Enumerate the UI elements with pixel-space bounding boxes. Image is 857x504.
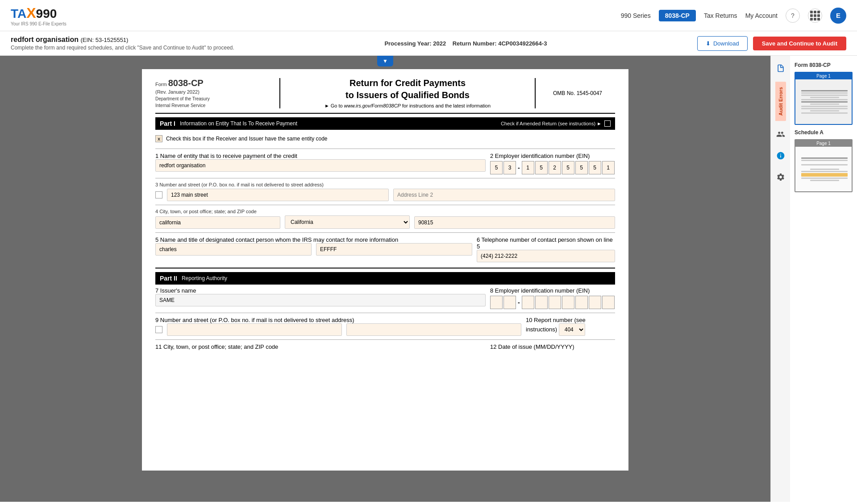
field2-container: 2 Employer identification number (EIN) 5… bbox=[490, 153, 615, 174]
ein2-digit-6[interactable] bbox=[562, 296, 574, 309]
ein-digit-3[interactable]: 1 bbox=[522, 161, 534, 174]
main-layout: ▼ Form 8038-CP (Rev. January 2022) Depar… bbox=[0, 56, 857, 502]
ein2-digit-8[interactable] bbox=[589, 296, 601, 309]
field6-container: 6 Telephone number of contact person sho… bbox=[477, 236, 615, 262]
field7-label: 7 Issuer's name bbox=[155, 287, 196, 294]
field3-row: 3 Number and street (or P.O. box no. if … bbox=[155, 182, 615, 201]
field5b-input[interactable] bbox=[316, 243, 472, 256]
state-select[interactable]: Alabama Alaska Arizona Arkansas Californ… bbox=[285, 215, 410, 229]
grid-icon bbox=[810, 11, 820, 21]
ein-digit-9[interactable]: 1 bbox=[602, 161, 615, 174]
sub-header: redfort organisation (EIN: 53-1525551) C… bbox=[0, 31, 857, 56]
field7-input[interactable] bbox=[155, 294, 486, 306]
field5a-input[interactable] bbox=[155, 243, 312, 256]
field11-label: 11 City, town, or post office; state; an… bbox=[155, 343, 278, 350]
field3-checkbox[interactable] bbox=[155, 191, 162, 198]
schedule-a-preview bbox=[795, 147, 853, 191]
field10-container: 10 Report number (see instructions) 404 … bbox=[526, 317, 615, 336]
page1-preview bbox=[795, 79, 853, 124]
field2-label: 2 Employer identification number (EIN) bbox=[490, 153, 590, 159]
audit-errors-tab[interactable]: Audit Errors bbox=[775, 82, 786, 121]
help-icon-button[interactable]: ? bbox=[786, 8, 800, 23]
sidebar-main-content: Form 8038-CP Page 1 Sche bbox=[790, 56, 857, 502]
ein-digit-2[interactable]: 3 bbox=[503, 161, 516, 174]
form-doc-header: Form 8038-CP (Rev. January 2022) Departm… bbox=[155, 78, 615, 114]
ein2-digit-2[interactable] bbox=[503, 296, 516, 309]
ein2-boxes: - bbox=[490, 296, 615, 309]
collapse-button[interactable]: ▼ bbox=[377, 56, 393, 66]
logo-subtitle: Your IRS 990 E-File Experts bbox=[11, 21, 67, 26]
nav-tax-returns[interactable]: Tax Returns bbox=[704, 12, 737, 19]
row-1-2: 1 Name of entity that is to receive paym… bbox=[155, 153, 615, 174]
info-tab-icon[interactable] bbox=[773, 148, 789, 164]
field9-label: 9 Number and street (or P.O. box no. if … bbox=[155, 317, 354, 323]
field9a-input[interactable] bbox=[167, 323, 342, 336]
logo: TAX990 Your IRS 990 E-File Experts bbox=[11, 5, 67, 26]
field9-checkbox[interactable] bbox=[155, 326, 162, 333]
field9b-input[interactable] bbox=[346, 323, 521, 336]
report-number-select[interactable]: 404 405 406 bbox=[559, 323, 585, 336]
nav-990-series[interactable]: 990 Series bbox=[621, 12, 651, 19]
zip-container bbox=[414, 216, 615, 229]
ein2-digit-1[interactable] bbox=[490, 296, 503, 309]
grid-menu-button[interactable] bbox=[808, 8, 822, 23]
form-area: ▼ Form 8038-CP (Rev. January 2022) Depar… bbox=[0, 56, 770, 502]
field1-container: 1 Name of entity that is to receive paym… bbox=[155, 153, 486, 172]
field3-input[interactable] bbox=[167, 189, 389, 201]
nav-form-badge[interactable]: 8038-CP bbox=[659, 10, 696, 21]
same-entity-checkbox[interactable]: x bbox=[155, 135, 162, 142]
field6-input[interactable] bbox=[477, 250, 615, 262]
people-tab-icon[interactable] bbox=[773, 126, 789, 142]
nav-my-account[interactable]: My Account bbox=[745, 12, 778, 19]
field1-label: 1 Name of entity that is to receive paym… bbox=[155, 153, 297, 159]
gear-tab-icon[interactable] bbox=[773, 169, 789, 185]
row-7-8: 7 Issuer's name 8 Employer identificatio… bbox=[155, 287, 615, 309]
zip-input[interactable] bbox=[414, 216, 615, 229]
part1-title: Information on Entity That Is To Receive… bbox=[180, 120, 297, 127]
ein2-digit-5[interactable] bbox=[549, 296, 561, 309]
ein-digit-4[interactable]: 5 bbox=[535, 161, 548, 174]
field8-label: 8 Employer identification number (EIN) bbox=[490, 287, 590, 294]
field3b-input[interactable] bbox=[393, 189, 615, 201]
form-page1-thumbnail[interactable]: Page 1 bbox=[795, 72, 853, 125]
form-left-header: Form 8038-CP (Rev. January 2022) Departm… bbox=[155, 78, 280, 108]
ein2-digit-3[interactable] bbox=[522, 296, 534, 309]
sidebar-icon-tabs: Audit Errors bbox=[770, 56, 790, 502]
field9-container: 9 Number and street (or P.O. box no. if … bbox=[155, 317, 521, 336]
ein1-boxes: 5 3 - 1 5 2 5 5 5 1 bbox=[490, 161, 615, 174]
city-input[interactable] bbox=[155, 216, 280, 229]
logo-tax: T bbox=[11, 7, 17, 21]
same-entity-row: x Check this box if the Receiver and Iss… bbox=[155, 132, 615, 145]
form-document: Form 8038-CP (Rev. January 2022) Departm… bbox=[142, 69, 628, 471]
field11-container: 11 City, town, or post office; state; an… bbox=[155, 343, 486, 350]
ein2-digit-4[interactable] bbox=[535, 296, 548, 309]
ein-digit-5[interactable]: 2 bbox=[549, 161, 561, 174]
field3-label: 3 Number and street (or P.O. box no. if … bbox=[155, 182, 615, 187]
ein-digit-6[interactable]: 5 bbox=[562, 161, 574, 174]
part2-header: Part II Reporting Authority bbox=[155, 272, 615, 285]
row-9-10: 9 Number and street (or P.O. box no. if … bbox=[155, 317, 615, 336]
nav-right: 990 Series 8038-CP Tax Returns My Accoun… bbox=[621, 8, 846, 24]
field6-label: 6 Telephone number of contact person sho… bbox=[477, 236, 613, 250]
schedule-a-page1-thumbnail[interactable]: Page 1 bbox=[795, 139, 853, 192]
processing-info: Processing Year: 2022 Return Number: 4CP… bbox=[384, 40, 547, 47]
ein2-digit-7[interactable] bbox=[575, 296, 588, 309]
row-5-6: 5 Name and title of designated contact p… bbox=[155, 236, 615, 262]
field1-input[interactable] bbox=[155, 159, 486, 172]
ein-digit-1[interactable]: 5 bbox=[490, 161, 503, 174]
ein-digit-8[interactable]: 5 bbox=[589, 161, 601, 174]
page1-label: Page 1 bbox=[795, 73, 852, 79]
save-continue-button[interactable]: Save and Continue to Audit bbox=[753, 37, 846, 50]
amended-return-checkbox[interactable] bbox=[604, 120, 611, 127]
user-avatar[interactable]: E bbox=[830, 8, 846, 24]
action-buttons: ⬇ Download Save and Continue to Audit bbox=[697, 36, 846, 51]
ein2-digit-9[interactable] bbox=[602, 296, 615, 309]
instruction-text: Complete the form and required schedules… bbox=[11, 45, 234, 51]
city-container bbox=[155, 216, 280, 229]
download-button[interactable]: ⬇ Download bbox=[697, 36, 748, 51]
field7-container: 7 Issuer's name bbox=[155, 287, 486, 306]
part1-header: Part I Information on Entity That Is To … bbox=[155, 117, 615, 130]
ein-digit-7[interactable]: 5 bbox=[575, 161, 588, 174]
top-navigation: TAX990 Your IRS 990 E-File Experts 990 S… bbox=[0, 0, 857, 31]
forms-tab-icon[interactable] bbox=[773, 60, 789, 76]
